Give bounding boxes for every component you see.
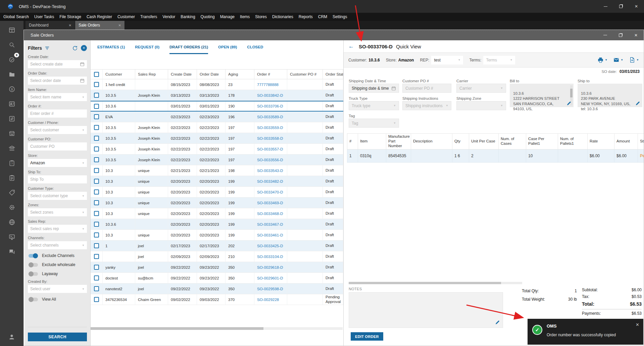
toggle-exclude-wholesale[interactable]: Exclude wholesale [29, 262, 87, 267]
menu-item-cash-register[interactable]: Cash Register [84, 13, 115, 21]
menu-item-items[interactable]: Items [237, 13, 252, 21]
row-checkbox[interactable] [94, 104, 99, 109]
row-checkbox[interactable] [94, 125, 99, 130]
clear-filters-icon[interactable]: ✕ [81, 45, 87, 51]
notes-box[interactable] [349, 292, 503, 328]
tab-open-89[interactable]: OPEN (89) [218, 45, 237, 54]
tab-dashboard[interactable]: Dashboard✕ [26, 21, 75, 30]
row-checkbox[interactable] [94, 200, 99, 205]
table-row[interactable]: 1joel02/17/202302/17/2023202SO-0033425-D… [91, 241, 343, 251]
order-link[interactable]: SO-0033842-D [257, 93, 283, 97]
search-icon[interactable] [7, 40, 17, 50]
terminal-icon[interactable] [7, 232, 17, 242]
menu-item-user-tasks[interactable]: User Tasks [32, 13, 57, 21]
order-link[interactable]: SO-0033468-D [257, 212, 283, 216]
tags-icon[interactable] [7, 187, 17, 198]
filter-order-date-input[interactable]: Select order date [28, 77, 87, 85]
store-icon[interactable] [7, 128, 17, 138]
order-link[interactable]: SO-0033543-D [257, 169, 283, 173]
messages-icon[interactable] [7, 247, 17, 257]
maximize-button[interactable] [613, 0, 629, 13]
row-checkbox[interactable] [94, 82, 99, 87]
grid-horizontal-scrollbar[interactable] [91, 327, 343, 330]
order-link[interactable]: 7777788888 [257, 83, 279, 87]
row-checkbox[interactable] [94, 211, 99, 216]
email-button[interactable]: ▼ [613, 57, 623, 63]
row-checkbox[interactable] [94, 189, 99, 194]
tab-request-0[interactable]: REQUEST (0) [135, 45, 159, 54]
order-link[interactable]: SO-0033104-D [257, 255, 283, 259]
order-link[interactable]: SO-0033425-D [257, 244, 283, 248]
close-tab-icon[interactable]: ✕ [69, 24, 71, 27]
tab-draft-orders-21[interactable]: DRAFT ORDERS (21) [169, 45, 208, 54]
table-row[interactable]: yankyjoel09/22/202209/23/2022350SO-00296… [91, 262, 343, 273]
row-checkbox[interactable] [94, 297, 99, 302]
table-row[interactable]: 10.3.603/01/202303/01/2023190SO-0033706-… [91, 101, 343, 112]
menu-item-manage[interactable]: Manage [217, 13, 237, 21]
payments-icon[interactable]: $ [7, 84, 17, 94]
manage-icon[interactable] [7, 173, 17, 183]
items-horizontal-scrollbar[interactable] [349, 282, 522, 284]
order-link[interactable]: SO-0033557-D [257, 147, 283, 151]
edit-order-button[interactable]: EDIT ORDER [351, 332, 383, 341]
table-row[interactable]: 3476236534Chaim Green09/02/202209/03/202… [91, 294, 343, 305]
row-checkbox[interactable] [94, 114, 99, 119]
filter-sales-rep-input[interactable]: Select sales rep▼ [28, 225, 87, 233]
table-row[interactable]: 10.3unique02/20/202302/20/2023199SO-0033… [91, 176, 343, 187]
table-row[interactable]: 10.3.5Joseph Klein02/22/202302/22/202319… [91, 155, 343, 165]
row-checkbox[interactable] [94, 222, 99, 227]
row-checkbox[interactable] [94, 243, 99, 248]
search-button[interactable]: SEARCH [28, 333, 87, 341]
tag-select[interactable]: Tag ▼ [349, 119, 399, 128]
settings-icon[interactable] [7, 202, 17, 212]
table-row[interactable]: joel02/09/202302/09/2023210SO-0033104-DD… [91, 251, 343, 262]
document-button[interactable]: ▼ [629, 57, 639, 63]
toggle-layaway[interactable]: Layaway [29, 271, 87, 276]
menu-item-settings[interactable]: Settings [330, 13, 350, 21]
order-link[interactable]: SO-0033482-D [257, 179, 283, 183]
edit-notes-icon[interactable] [495, 320, 500, 325]
table-row[interactable]: nanotest2joel09/22/202209/23/2022350SO-0… [91, 284, 343, 294]
menu-item-stores[interactable]: Stores [252, 13, 269, 21]
minimize-button[interactable] [598, 0, 613, 13]
table-row[interactable]: 1 hell credit08/15/202308/08/20232377777… [91, 79, 343, 90]
order-link[interactable]: SO-0029601-D [257, 276, 283, 280]
filter-channels-input[interactable]: Select channels▼ [28, 241, 87, 249]
table-row[interactable]: 10.3unique02/21/202302/21/2023198SO-0033… [91, 165, 343, 176]
customer-po-input[interactable]: Customer PO # [402, 84, 451, 93]
table-row[interactable]: 10.3.5Joseph Klein03/13/202303/13/202317… [91, 90, 343, 101]
order-link[interactable]: SO-0033461-D [257, 233, 283, 237]
transfers-icon[interactable] [7, 114, 17, 124]
row-checkbox[interactable] [94, 286, 99, 291]
menu-item-quoting[interactable]: Quoting [198, 13, 217, 21]
close-button[interactable]: ✕ [629, 0, 644, 13]
menu-item-file-storage[interactable]: File Storage [57, 13, 84, 21]
customers-icon[interactable] [7, 99, 17, 109]
items-scrollbar-thumb[interactable] [349, 282, 501, 284]
filter-order-input[interactable]: Enter order # [28, 110, 87, 118]
filter-ship-to-input[interactable]: Ship To [28, 175, 87, 183]
order-link[interactable]: SO-0033558-D [257, 136, 283, 140]
truck-type-select[interactable]: Truck type ▼ [349, 101, 399, 110]
row-checkbox[interactable] [94, 265, 99, 270]
edit-bill-to-icon[interactable] [566, 101, 572, 106]
shipping-instructions-select[interactable]: Shipping instructions ▼ [402, 101, 451, 110]
ship-to-box[interactable]: 10.3.6 230 PARK AVENUE NEW YORK, NY, 101… [578, 84, 642, 107]
print-button[interactable]: ▼ [597, 57, 607, 63]
filter-create-date-input[interactable]: Select create date [28, 60, 87, 68]
banking-icon[interactable] [7, 143, 17, 153]
user-icon[interactable] [0, 333, 23, 341]
menu-item-reports[interactable]: Reports [296, 13, 315, 21]
table-row[interactable]: EVA02/23/202302/23/2023196SO-0033589-DDr… [91, 112, 343, 122]
menu-item-banking[interactable]: Banking [178, 13, 198, 21]
filter-item-name-input[interactable]: Select item name▼ [28, 93, 87, 101]
order-link[interactable]: SO-0033469-D [257, 201, 283, 205]
table-row[interactable]: 10.3.5Joseph Klein02/22/202302/22/202319… [91, 133, 343, 144]
tab-estimates-1[interactable]: ESTIMATES (1) [97, 45, 125, 54]
terms-select[interactable]: Terms ▼ [483, 56, 515, 64]
filter-customer-type-input[interactable]: Select customer type▼ [28, 192, 87, 200]
close-tab-icon[interactable]: ✕ [118, 24, 121, 27]
item-row[interactable]: 10310q854545351 6210$6.00$6.00Pe [347, 149, 644, 163]
dashboard-icon[interactable] [7, 25, 17, 35]
order-link[interactable]: SO-0033589-D [257, 115, 283, 119]
